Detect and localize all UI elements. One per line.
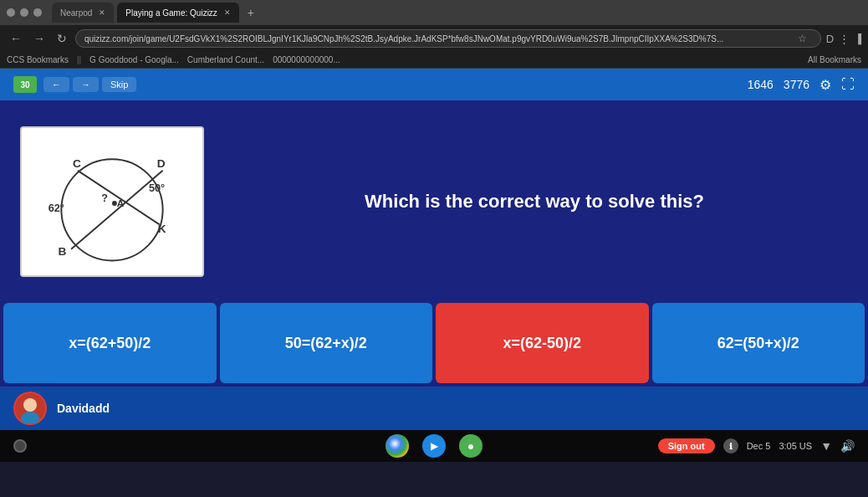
nav-buttons-quiz: ← → Skip <box>43 77 136 92</box>
quiz-logo-icon: 30 <box>13 76 37 93</box>
diagram-svg: C D B K A 62° 50° ? <box>22 128 202 275</box>
address-text: quizizz.com/join/game/U2FsdGVkX1%2S2ROIB… <box>84 34 723 44</box>
svg-text:?: ? <box>101 192 108 204</box>
chrome-taskbar-icon[interactable] <box>385 434 409 458</box>
wifi-icon: ▼ <box>820 439 832 453</box>
svg-text:A: A <box>117 197 125 208</box>
tab-nearpod-label: Nearpod <box>60 8 92 18</box>
taskbar-left <box>13 439 27 453</box>
player-avatar <box>13 392 47 425</box>
sign-out-button[interactable]: Sign out <box>658 438 715 453</box>
question-text-box: Which is the correct way to solve this? <box>221 191 848 213</box>
volume-icon[interactable]: 🔊 <box>840 439 855 453</box>
info-dot-icon[interactable]: ℹ <box>723 438 738 453</box>
new-tab-button[interactable]: + <box>243 6 259 19</box>
forward-button[interactable]: → <box>30 30 49 47</box>
quiz-logo-area: 30 ← → Skip <box>13 76 136 93</box>
player-name: Davidadd <box>57 402 110 415</box>
skip-quiz-button[interactable]: Skip <box>102 77 136 92</box>
sidebar-toggle-icon[interactable]: ▐ <box>855 33 861 44</box>
quiz-container: 30 ← → Skip 1646 3776 ⚙ ⛶ <box>0 69 868 430</box>
time-display: 3:05 US <box>779 441 812 451</box>
tab-quizizz-close[interactable]: ✕ <box>224 8 231 17</box>
meet-taskbar-icon[interactable]: ▶ <box>422 434 446 458</box>
avatar-svg <box>15 393 45 423</box>
answer-button-3[interactable]: x=(62-50)/2 <box>436 303 649 383</box>
bookmark-cumberland[interactable]: Cumberland Count... <box>187 55 264 64</box>
meet-label: ▶ <box>431 441 437 452</box>
bookmark-star-icon[interactable]: ☆ <box>798 33 812 44</box>
all-bookmarks-link[interactable]: All Bookmarks <box>808 55 861 64</box>
window-controls <box>7 8 42 17</box>
back-button[interactable]: ← <box>7 30 25 47</box>
svg-text:D: D <box>157 157 166 170</box>
tab-bar: Nearpod ✕ Playing a Game: Quizizz ✕ + <box>0 0 868 25</box>
answer-button-1[interactable]: x=(62+50)/2 <box>3 303 217 383</box>
svg-text:62°: 62° <box>49 202 64 214</box>
tab-nearpod-close[interactable]: ✕ <box>99 8 105 17</box>
taskbar-right: Sign out ℹ Dec 5 3:05 US ▼ 🔊 <box>658 438 855 453</box>
tab-nearpod[interactable]: Nearpod ✕ <box>52 3 114 23</box>
answer-button-2[interactable]: 50=(62+x)/2 <box>220 303 433 383</box>
start-button[interactable] <box>13 439 27 453</box>
date-display: Dec 5 <box>747 441 771 451</box>
window-close-dot <box>7 8 15 17</box>
score-area: 1646 3776 ⚙ ⛶ <box>748 77 855 93</box>
browser-chrome: Nearpod ✕ Playing a Game: Quizizz ✕ + ← … <box>0 0 868 69</box>
next-quiz-button[interactable]: → <box>73 77 99 92</box>
menu-dots-icon[interactable]: ⋮ <box>839 33 850 45</box>
tab-quizizz-label: Playing a Game: Quizizz <box>125 8 217 18</box>
bookmarks-bar: CCS Bookmarks || G Gooddood - Googla... … <box>0 52 868 69</box>
green-taskbar-icon[interactable]: ● <box>459 434 483 458</box>
settings-gear-icon[interactable]: ⚙ <box>819 77 831 93</box>
profile-icon[interactable]: D <box>826 33 834 45</box>
window-min-dot <box>20 8 28 17</box>
question-text: Which is the correct way to solve this? <box>365 191 704 213</box>
svg-text:C: C <box>73 157 81 170</box>
window-max-dot <box>33 8 42 17</box>
score-value-1: 1646 <box>748 78 774 91</box>
answers-area: x=(62+50)/2 50=(62+x)/2 x=(62-50)/2 62=(… <box>0 303 868 387</box>
quiz-bottom-bar: Davidadd <box>0 387 868 430</box>
tab-quizizz[interactable]: Playing a Game: Quizizz ✕ <box>117 3 239 23</box>
svg-text:50°: 50° <box>149 182 165 194</box>
address-bar[interactable]: quizizz.com/join/game/U2FsdGVkX1%2S2ROIB… <box>75 29 821 48</box>
taskbar-center: ▶ ● <box>385 434 483 458</box>
score-value-2: 3776 <box>784 78 809 91</box>
svg-text:K: K <box>158 223 166 235</box>
question-area: C D B K A 62° 50° ? Which is the correct… <box>0 100 868 303</box>
taskbar: ▶ ● Sign out ℹ Dec 5 3:05 US ▼ 🔊 <box>0 430 868 462</box>
green-icon-label: ● <box>467 439 474 453</box>
svg-text:B: B <box>58 245 66 258</box>
answer-button-4[interactable]: 62=(50+x)/2 <box>652 303 865 383</box>
address-bar-row: ← → ↻ quizizz.com/join/game/U2FsdGVkX1%2… <box>0 25 868 52</box>
bookmark-google[interactable]: G Gooddood - Googla... <box>89 55 179 64</box>
bookmark-zeros[interactable]: 0000000000000... <box>273 55 340 64</box>
back-quiz-button[interactable]: ← <box>43 77 69 92</box>
geometry-diagram: C D B K A 62° 50° ? <box>20 126 204 277</box>
bookmark-ccs[interactable]: CCS Bookmarks <box>7 55 69 64</box>
quiz-logo-number: 30 <box>20 80 29 90</box>
svg-point-14 <box>23 398 37 412</box>
reload-button[interactable]: ↻ <box>54 30 70 47</box>
quiz-top-bar: 30 ← → Skip 1646 3776 ⚙ ⛶ <box>0 69 868 100</box>
expand-icon[interactable]: ⛶ <box>841 77 855 92</box>
